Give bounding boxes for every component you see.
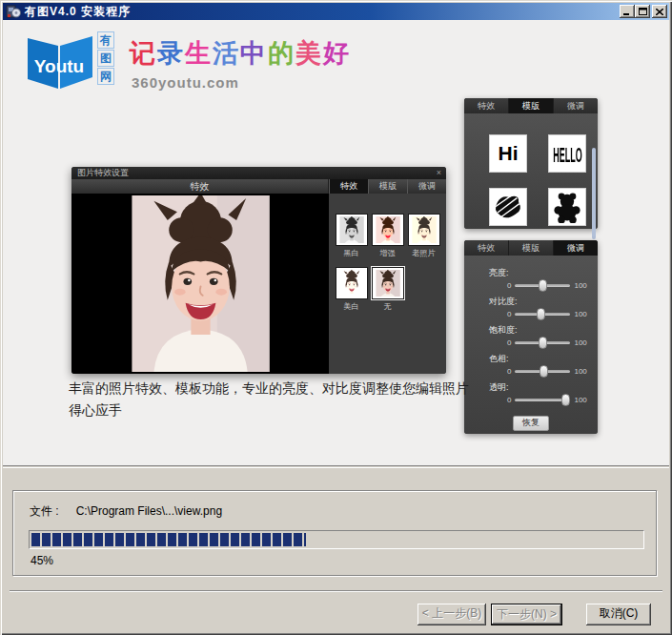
seal-char: 有	[97, 31, 114, 49]
sliders-list: 亮度:0100对比度:0100饱和度:0100色相:0100透明:0100	[464, 256, 598, 406]
maximize-icon	[639, 8, 647, 15]
bear-icon	[551, 191, 583, 223]
adjust-panel: 特效模版微调 亮度:0100对比度:0100饱和度:0100色相:0100透明:…	[464, 240, 598, 434]
slider-thumb[interactable]	[539, 279, 547, 292]
dialog-title: 图片特效设置	[77, 168, 129, 177]
dialog-body: 黑白增强老照片美白无	[71, 194, 446, 374]
slider-max: 100	[574, 396, 586, 404]
slider-thumb[interactable]	[561, 394, 570, 406]
progress-fill	[31, 533, 306, 546]
slider-label: 饱和度:	[489, 324, 598, 336]
slider-row: 0100	[507, 336, 598, 349]
effect-thumb[interactable]: 黑白	[336, 215, 368, 258]
slider-track[interactable]	[515, 284, 570, 287]
slider-max: 100	[574, 367, 586, 376]
seal-stamp: 有 图 网	[97, 31, 114, 86]
effects-panel: 黑白增强老照片美白无	[329, 194, 446, 374]
slider-track[interactable]	[515, 341, 570, 344]
cancel-button[interactable]: 取消(C)	[586, 604, 651, 625]
slider-thumb[interactable]	[539, 337, 547, 349]
slider-label: 亮度:	[489, 267, 598, 278]
progress-groupbox: 文件 :C:\Program Files\...\view.png 45%	[12, 490, 657, 576]
youtu-logo: Youtu	[27, 31, 93, 90]
branding: Youtu 有 图 网 记录生活中的美好 360youtu.com	[27, 31, 370, 93]
effect-thumb-label: 增强	[372, 248, 404, 258]
effect-thumb[interactable]: 增强	[372, 215, 404, 258]
feature-description: 丰富的照片特效、模板功能，专业的亮度、对比度调整使您编辑照片得心应手	[69, 378, 480, 421]
slider-thumb[interactable]	[537, 308, 545, 320]
panel-tab[interactable]: 微调	[554, 240, 598, 256]
panel-tab[interactable]: 微调	[554, 98, 598, 113]
template-thumb-scribble[interactable]	[489, 188, 527, 226]
effect-thumb[interactable]: 美白	[336, 268, 368, 312]
scrollbar-thumb[interactable]	[592, 148, 596, 239]
effect-thumb[interactable]: 老照片	[408, 215, 440, 258]
dialog-close-icon[interactable]: ×	[437, 167, 441, 179]
slider-track[interactable]	[515, 399, 570, 401]
file-path: C:\Program Files\...\view.png	[76, 504, 222, 518]
template-text: Hi	[499, 142, 519, 165]
template-thumb-bear[interactable]	[548, 188, 586, 226]
slogan-char: 录	[157, 38, 185, 68]
effect-thumb-image	[336, 215, 367, 245]
slider-row: 0100	[507, 393, 598, 406]
slider-group: 饱和度:0100	[464, 324, 598, 349]
panel-tab[interactable]: 特效	[464, 98, 509, 113]
girl-photo	[132, 195, 270, 372]
panel-tab[interactable]: 模版	[509, 98, 554, 113]
panel-tab[interactable]: 特效	[464, 240, 509, 256]
adjust-tab-bar: 特效模版微调	[464, 240, 598, 256]
title-bar: 有图V4.0 安装程序	[3, 3, 669, 20]
effect-thumb-label: 无	[372, 301, 404, 312]
installer-footer: 文件 :C:\Program Files\...\view.png 45% < …	[3, 467, 669, 632]
slider-min: 0	[507, 338, 511, 347]
effect-thumb-image	[373, 268, 403, 298]
slider-group: 对比度:0100	[464, 296, 598, 320]
slider-label: 透明:	[489, 381, 598, 393]
close-button[interactable]	[652, 5, 667, 18]
effect-thumb[interactable]: 无	[372, 268, 404, 312]
back-button[interactable]: < 上一步(B)	[417, 604, 486, 625]
seal-char: 图	[97, 50, 114, 67]
slider-max: 100	[574, 310, 586, 318]
slider-track[interactable]	[515, 313, 570, 316]
minimize-button[interactable]	[620, 5, 635, 18]
slider-min: 0	[507, 281, 511, 290]
adjust-body: 亮度:0100对比度:0100饱和度:0100色相:0100透明:0100 恢复	[464, 256, 598, 434]
slogan-char: 好	[323, 38, 351, 68]
slider-row: 0100	[507, 364, 598, 378]
panel-tab[interactable]: 模版	[368, 179, 407, 194]
slider-group: 亮度:0100	[464, 267, 598, 292]
templates-panel: 特效模版微调 HiHELLO	[464, 98, 598, 229]
footer-divider	[10, 590, 662, 592]
slider-thumb[interactable]	[540, 365, 548, 378]
effect-thumb-image	[336, 268, 367, 298]
preview-header: 特效	[71, 179, 329, 194]
panel-tab[interactable]: 模版	[509, 240, 554, 256]
slider-row: 0100	[507, 278, 598, 292]
template-thumb-hello[interactable]: HELLO	[548, 134, 586, 173]
panel-tab[interactable]: 微调	[407, 179, 446, 194]
template-thumb-hi[interactable]: Hi	[489, 134, 527, 173]
slogan-text: 记录生活中的美好	[130, 36, 351, 71]
next-button[interactable]: 下一步(N) >	[491, 604, 562, 625]
maximize-button[interactable]	[635, 5, 650, 18]
dialog-title-bar: 图片特效设置 ×	[71, 167, 446, 179]
photo-preview	[71, 194, 329, 374]
slider-track[interactable]	[515, 370, 570, 373]
slider-max: 100	[574, 338, 586, 347]
slogan-char: 生	[185, 38, 213, 68]
slogan-char: 的	[268, 38, 295, 68]
svg-text:Youtu: Youtu	[34, 56, 84, 76]
slider-group: 透明:0100	[464, 381, 598, 406]
slider-min: 0	[507, 396, 511, 404]
file-line: 文件 :C:\Program Files\...\view.png	[30, 503, 656, 520]
templates-tab-bar: 特效模版微调	[464, 98, 598, 113]
templates-body: HiHELLO	[464, 113, 598, 229]
reset-button[interactable]: 恢复	[513, 416, 549, 431]
installer-window: 有图V4.0 安装程序 Youtu 有 图 网 记录生活中的美好 360yo	[0, 0, 672, 635]
effects-grid: 黑白增强老照片美白无	[329, 215, 446, 312]
close-icon	[656, 9, 663, 15]
effect-thumb-label: 老照片	[408, 248, 440, 258]
panel-tab[interactable]: 特效	[329, 179, 368, 194]
